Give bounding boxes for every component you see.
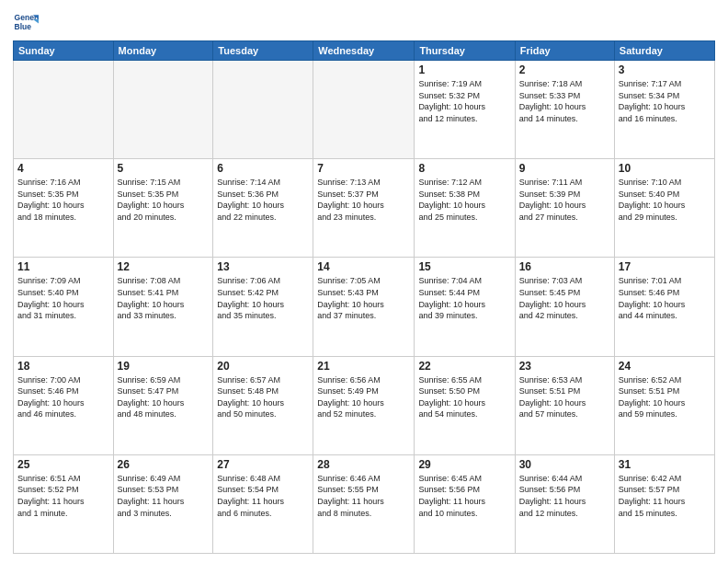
calendar-cell: 13Sunrise: 7:06 AM Sunset: 5:42 PM Dayli… <box>213 258 313 356</box>
day-info: Sunrise: 7:09 AM Sunset: 5:40 PM Dayligh… <box>17 275 109 321</box>
day-number: 23 <box>519 360 610 373</box>
day-info: Sunrise: 7:04 AM Sunset: 5:44 PM Dayligh… <box>418 275 510 321</box>
day-number: 26 <box>118 458 210 471</box>
day-info: Sunrise: 6:49 AM Sunset: 5:53 PM Dayligh… <box>118 473 210 519</box>
day-info: Sunrise: 7:14 AM Sunset: 5:36 PM Dayligh… <box>217 177 309 223</box>
day-number: 29 <box>418 458 510 471</box>
weekday-header-friday: Friday <box>515 41 614 61</box>
day-info: Sunrise: 6:46 AM Sunset: 5:55 PM Dayligh… <box>317 473 410 519</box>
day-number: 31 <box>619 458 711 471</box>
header: General Blue <box>13 9 715 35</box>
day-info: Sunrise: 6:52 AM Sunset: 5:51 PM Dayligh… <box>619 374 711 420</box>
day-number: 25 <box>17 458 109 471</box>
calendar-cell: 22Sunrise: 6:55 AM Sunset: 5:50 PM Dayli… <box>415 356 515 454</box>
weekday-header-sunday: Sunday <box>14 41 114 61</box>
day-number: 2 <box>519 63 610 76</box>
calendar-cell: 11Sunrise: 7:09 AM Sunset: 5:40 PM Dayli… <box>14 258 114 356</box>
day-info: Sunrise: 6:57 AM Sunset: 5:48 PM Dayligh… <box>217 374 309 420</box>
calendar-header: SundayMondayTuesdayWednesdayThursdayFrid… <box>14 41 715 61</box>
calendar-cell: 30Sunrise: 6:44 AM Sunset: 5:56 PM Dayli… <box>515 454 614 553</box>
calendar-cell: 3Sunrise: 7:17 AM Sunset: 5:34 PM Daylig… <box>614 61 714 159</box>
calendar-cell: 9Sunrise: 7:11 AM Sunset: 5:39 PM Daylig… <box>515 159 614 258</box>
calendar-body: 1Sunrise: 7:19 AM Sunset: 5:32 PM Daylig… <box>14 61 715 554</box>
logo: General Blue <box>13 9 42 35</box>
day-info: Sunrise: 7:10 AM Sunset: 5:40 PM Dayligh… <box>619 177 711 223</box>
day-info: Sunrise: 7:01 AM Sunset: 5:46 PM Dayligh… <box>619 275 711 321</box>
day-info: Sunrise: 6:56 AM Sunset: 5:49 PM Dayligh… <box>317 374 410 420</box>
calendar-cell: 18Sunrise: 7:00 AM Sunset: 5:46 PM Dayli… <box>14 356 114 454</box>
day-info: Sunrise: 7:13 AM Sunset: 5:37 PM Dayligh… <box>317 177 410 223</box>
day-number: 8 <box>418 162 510 175</box>
calendar-table: SundayMondayTuesdayWednesdayThursdayFrid… <box>13 40 715 554</box>
day-info: Sunrise: 7:16 AM Sunset: 5:35 PM Dayligh… <box>17 177 109 223</box>
calendar-cell: 16Sunrise: 7:03 AM Sunset: 5:45 PM Dayli… <box>515 258 614 356</box>
generalblue-logo-icon: General Blue <box>13 9 39 35</box>
day-info: Sunrise: 7:03 AM Sunset: 5:45 PM Dayligh… <box>519 275 610 321</box>
day-number: 12 <box>118 260 210 273</box>
day-number: 15 <box>418 260 510 273</box>
calendar-cell: 7Sunrise: 7:13 AM Sunset: 5:37 PM Daylig… <box>313 159 415 258</box>
calendar-cell: 4Sunrise: 7:16 AM Sunset: 5:35 PM Daylig… <box>14 159 114 258</box>
day-number: 18 <box>17 360 109 373</box>
weekday-header-monday: Monday <box>113 41 213 61</box>
calendar-cell: 24Sunrise: 6:52 AM Sunset: 5:51 PM Dayli… <box>614 356 714 454</box>
day-info: Sunrise: 7:18 AM Sunset: 5:33 PM Dayligh… <box>519 78 610 124</box>
day-number: 28 <box>317 458 410 471</box>
calendar-cell: 17Sunrise: 7:01 AM Sunset: 5:46 PM Dayli… <box>614 258 714 356</box>
calendar-cell: 23Sunrise: 6:53 AM Sunset: 5:51 PM Dayli… <box>515 356 614 454</box>
day-number: 17 <box>619 260 711 273</box>
calendar-cell: 1Sunrise: 7:19 AM Sunset: 5:32 PM Daylig… <box>415 61 515 159</box>
calendar-cell: 27Sunrise: 6:48 AM Sunset: 5:54 PM Dayli… <box>213 454 313 553</box>
day-number: 20 <box>217 360 309 373</box>
day-number: 4 <box>17 162 109 175</box>
day-info: Sunrise: 6:55 AM Sunset: 5:50 PM Dayligh… <box>418 374 510 420</box>
day-info: Sunrise: 6:53 AM Sunset: 5:51 PM Dayligh… <box>519 374 610 420</box>
calendar-cell: 31Sunrise: 6:42 AM Sunset: 5:57 PM Dayli… <box>614 454 714 553</box>
day-info: Sunrise: 6:42 AM Sunset: 5:57 PM Dayligh… <box>619 473 711 519</box>
day-number: 9 <box>519 162 610 175</box>
calendar-week-4: 18Sunrise: 7:00 AM Sunset: 5:46 PM Dayli… <box>14 356 715 454</box>
day-info: Sunrise: 7:11 AM Sunset: 5:39 PM Dayligh… <box>519 177 610 223</box>
calendar-cell: 26Sunrise: 6:49 AM Sunset: 5:53 PM Dayli… <box>113 454 213 553</box>
weekday-header-saturday: Saturday <box>614 41 714 61</box>
day-number: 24 <box>619 360 711 373</box>
day-number: 10 <box>619 162 711 175</box>
calendar-cell: 19Sunrise: 6:59 AM Sunset: 5:47 PM Dayli… <box>113 356 213 454</box>
day-number: 7 <box>317 162 410 175</box>
calendar-week-1: 1Sunrise: 7:19 AM Sunset: 5:32 PM Daylig… <box>14 61 715 159</box>
day-info: Sunrise: 6:45 AM Sunset: 5:56 PM Dayligh… <box>418 473 510 519</box>
calendar-week-5: 25Sunrise: 6:51 AM Sunset: 5:52 PM Dayli… <box>14 454 715 553</box>
svg-text:Blue: Blue <box>15 22 32 31</box>
day-info: Sunrise: 7:17 AM Sunset: 5:34 PM Dayligh… <box>619 78 711 124</box>
calendar-cell: 20Sunrise: 6:57 AM Sunset: 5:48 PM Dayli… <box>213 356 313 454</box>
calendar-cell: 28Sunrise: 6:46 AM Sunset: 5:55 PM Dayli… <box>313 454 415 553</box>
calendar-cell <box>213 61 313 159</box>
calendar-cell: 15Sunrise: 7:04 AM Sunset: 5:44 PM Dayli… <box>415 258 515 356</box>
calendar-cell: 5Sunrise: 7:15 AM Sunset: 5:35 PM Daylig… <box>113 159 213 258</box>
calendar-week-3: 11Sunrise: 7:09 AM Sunset: 5:40 PM Dayli… <box>14 258 715 356</box>
calendar-cell <box>14 61 114 159</box>
day-number: 5 <box>118 162 210 175</box>
day-info: Sunrise: 6:59 AM Sunset: 5:47 PM Dayligh… <box>118 374 210 420</box>
day-info: Sunrise: 7:12 AM Sunset: 5:38 PM Dayligh… <box>418 177 510 223</box>
weekday-header-thursday: Thursday <box>415 41 515 61</box>
calendar-cell: 21Sunrise: 6:56 AM Sunset: 5:49 PM Dayli… <box>313 356 415 454</box>
calendar-cell <box>313 61 415 159</box>
weekday-header-wednesday: Wednesday <box>313 41 415 61</box>
day-number: 13 <box>217 260 309 273</box>
day-number: 1 <box>418 63 510 76</box>
calendar-cell: 12Sunrise: 7:08 AM Sunset: 5:41 PM Dayli… <box>113 258 213 356</box>
day-number: 27 <box>217 458 309 471</box>
day-info: Sunrise: 6:48 AM Sunset: 5:54 PM Dayligh… <box>217 473 309 519</box>
svg-text:General: General <box>15 13 39 22</box>
calendar-cell: 6Sunrise: 7:14 AM Sunset: 5:36 PM Daylig… <box>213 159 313 258</box>
calendar-cell: 10Sunrise: 7:10 AM Sunset: 5:40 PM Dayli… <box>614 159 714 258</box>
day-number: 30 <box>519 458 610 471</box>
day-number: 11 <box>17 260 109 273</box>
day-number: 3 <box>619 63 711 76</box>
calendar-cell: 25Sunrise: 6:51 AM Sunset: 5:52 PM Dayli… <box>14 454 114 553</box>
day-number: 21 <box>317 360 410 373</box>
day-info: Sunrise: 7:08 AM Sunset: 5:41 PM Dayligh… <box>118 275 210 321</box>
day-info: Sunrise: 7:19 AM Sunset: 5:32 PM Dayligh… <box>418 78 510 124</box>
day-info: Sunrise: 7:05 AM Sunset: 5:43 PM Dayligh… <box>317 275 410 321</box>
